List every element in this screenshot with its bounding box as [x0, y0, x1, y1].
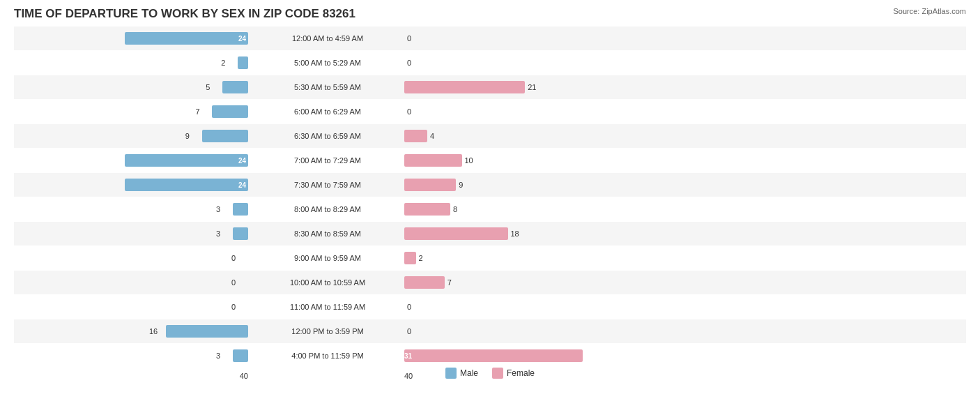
left-section: 3: [14, 227, 251, 240]
right-bar-wrap: 0: [404, 105, 421, 118]
bar-row: 24 12:00 AM to 4:59 AM 0: [14, 27, 966, 50]
right-section: 10: [404, 154, 966, 167]
right-section: 8: [404, 203, 966, 216]
bar-row: 3 8:30 AM to 8:59 AM 18: [14, 222, 966, 246]
bar-row: 16 12:00 PM to 3:59 PM 0: [14, 319, 966, 343]
male-bar: [222, 81, 248, 93]
bar-value-female: 7: [447, 278, 461, 287]
bar-value-male: 3: [216, 229, 233, 238]
left-bar-wrap: 0: [32, 276, 248, 289]
left-bar-wrap: 24: [32, 179, 248, 191]
bar-value-female: 0: [407, 107, 421, 116]
left-section: 3: [14, 349, 251, 362]
time-label: 5:30 AM to 5:59 AM: [251, 83, 404, 91]
time-label: 7:30 AM to 7:59 AM: [251, 181, 404, 189]
axis-left-label: 40: [240, 372, 248, 380]
male-bar: 24: [125, 154, 248, 167]
left-bar-wrap: 3: [32, 349, 248, 362]
male-bar: [212, 105, 248, 118]
left-bar-wrap: 9: [32, 130, 248, 142]
right-section: 0: [404, 105, 966, 118]
bar-value-male: 16: [149, 327, 166, 335]
chart-source: Source: ZipAtlas.com: [893, 7, 966, 15]
left-bar-wrap: 5: [32, 81, 248, 93]
right-section: 0: [404, 32, 966, 45]
female-bar: [404, 130, 427, 142]
bar-row: 3 8:00 AM to 8:29 AM 8: [14, 197, 966, 221]
left-bar-wrap: 2: [32, 56, 248, 69]
bar-value-male: 0: [231, 303, 248, 311]
left-bar-wrap: 0: [32, 301, 248, 313]
bar-value-female: 0: [407, 34, 421, 43]
left-section: 24: [14, 32, 251, 45]
female-bar: 31: [404, 349, 583, 362]
left-section: 0: [14, 276, 251, 289]
left-section: 0: [14, 252, 251, 264]
time-label: 7:00 AM to 7:29 AM: [251, 156, 404, 165]
bar-value-male: 5: [206, 83, 222, 91]
right-bar-wrap: 8: [404, 203, 467, 216]
bar-value-male-inside: 24: [238, 157, 248, 165]
right-bar-wrap: 0: [404, 325, 421, 338]
axis-right-label: 40: [404, 372, 413, 380]
female-bar: [404, 81, 525, 93]
right-section: 0: [404, 301, 966, 313]
right-bar-wrap: 2: [404, 252, 433, 264]
right-section: 9: [404, 179, 966, 191]
left-bar-wrap: 3: [32, 203, 248, 216]
female-bar: [404, 203, 450, 216]
bar-row: 0 11:00 AM to 11:59 AM 0: [14, 295, 966, 319]
time-label: 12:00 PM to 3:59 PM: [251, 327, 404, 335]
bar-row: 24 7:00 AM to 7:29 AM 10: [14, 149, 966, 172]
left-bar-wrap: 24: [32, 32, 248, 45]
bar-value-female: 0: [407, 59, 421, 67]
right-bar-wrap: 4: [404, 130, 444, 142]
left-section: 5: [14, 81, 251, 93]
time-label: 5:00 AM to 5:29 AM: [251, 59, 404, 67]
bar-row: 24 7:30 AM to 7:59 AM 9: [14, 173, 966, 197]
bar-value-female: 18: [511, 229, 525, 238]
left-section: 0: [14, 301, 251, 313]
right-bar-wrap: 0: [404, 32, 421, 45]
bar-row: 0 10:00 AM to 10:59 AM 7: [14, 271, 966, 294]
left-section: 9: [14, 130, 251, 142]
bar-value-female: 0: [407, 303, 421, 311]
male-bar: 24: [125, 179, 248, 191]
female-bar: [404, 276, 445, 289]
left-section: 7: [14, 105, 251, 118]
time-label: 12:00 AM to 4:59 AM: [251, 34, 404, 43]
right-bar-wrap: 21: [404, 81, 542, 93]
time-label: 6:30 AM to 6:59 AM: [251, 132, 404, 140]
bar-value-female: 10: [465, 156, 479, 165]
bar-row: 7 6:00 AM to 6:29 AM 0: [14, 100, 966, 123]
axis-row: 40 40: [14, 368, 966, 384]
male-bar: [233, 349, 248, 362]
bar-value-male: 0: [231, 254, 248, 262]
bar-value-female: 4: [430, 132, 444, 140]
bar-value-female-inside: 31: [404, 352, 414, 360]
bar-value-female: 0: [407, 327, 421, 335]
time-label: 9:00 AM to 9:59 AM: [251, 254, 404, 262]
female-bar: [404, 154, 462, 167]
right-section: 31: [404, 349, 966, 362]
left-section: 3: [14, 203, 251, 216]
right-section: 4: [404, 130, 966, 142]
time-label: 8:00 AM to 8:29 AM: [251, 205, 404, 213]
male-bar: [238, 56, 248, 69]
male-bar: [233, 227, 248, 240]
left-section: 24: [14, 179, 251, 191]
bar-value-female: 2: [419, 254, 433, 262]
male-bar: 24: [125, 32, 248, 45]
bar-row: 5 5:30 AM to 5:59 AM 21: [14, 75, 966, 99]
time-label: 8:30 AM to 8:59 AM: [251, 229, 404, 238]
male-bar: [233, 203, 248, 216]
bar-value-male: 7: [195, 107, 212, 116]
left-section: 2: [14, 56, 251, 69]
chart-container: TIME OF DEPARTURE TO WORK BY SEX IN ZIP …: [0, 0, 980, 415]
female-bar: [404, 179, 456, 191]
right-bar-wrap: 18: [404, 227, 525, 240]
left-bar-wrap: 24: [32, 154, 248, 167]
left-section: 16: [14, 325, 251, 338]
right-bar-wrap: 9: [404, 179, 473, 191]
right-bar-wrap: 7: [404, 276, 461, 289]
